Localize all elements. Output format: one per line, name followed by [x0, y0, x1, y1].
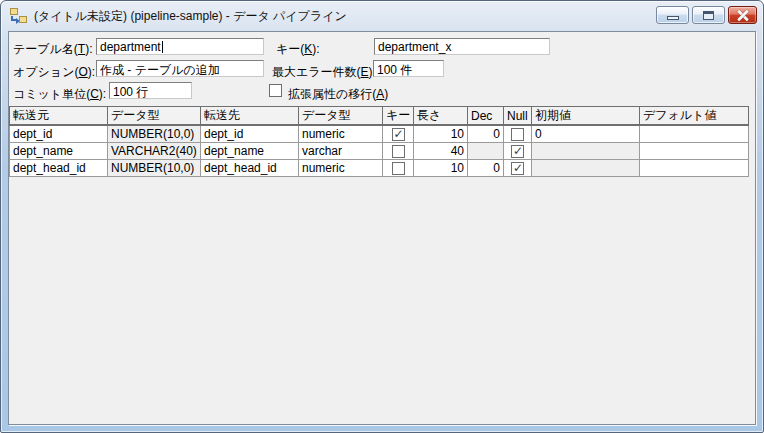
cell-key: [383, 142, 414, 159]
cell-null: [504, 125, 532, 142]
text-caret: [162, 41, 163, 53]
commit-unit-value: 100 行: [113, 85, 148, 99]
extended-attrs-label: 拡張属性の移行(A): [288, 86, 388, 103]
cell-source-type: NUMBER(10,0): [108, 125, 201, 142]
cell-null: [504, 142, 532, 159]
cell-dec[interactable]: 0: [468, 159, 504, 176]
max-errors-label: 最大エラー件数(E):: [272, 64, 376, 81]
table-name-input[interactable]: department: [96, 38, 264, 55]
cell-initial: [532, 159, 640, 176]
cell-key: [383, 159, 414, 176]
col-header-source-type: データ型: [108, 107, 201, 126]
cell-source-type: NUMBER(10,0): [108, 159, 201, 176]
null-checkbox[interactable]: [511, 128, 524, 141]
titlebar[interactable]: (タイトル未設定) (pipeline-sample) - データ パイプライン: [1, 1, 763, 31]
close-icon: [736, 9, 750, 21]
maximize-icon: [703, 11, 714, 20]
extended-attrs-checkbox-wrap: [269, 84, 282, 100]
col-header-dest-type: データ型: [299, 107, 383, 126]
key-checkbox[interactable]: [392, 162, 405, 175]
cell-source-type: VARCHAR2(40): [108, 142, 201, 159]
options-value: 作成 - テーブルの追加: [100, 63, 220, 77]
cell-dest-type[interactable]: varchar: [299, 142, 383, 159]
cell-dest[interactable]: dept_name: [201, 142, 299, 159]
pipeline-window: (タイトル未設定) (pipeline-sample) - データ パイプライン…: [0, 0, 764, 433]
pipeline-icon: [10, 8, 28, 24]
minimize-button[interactable]: [656, 6, 689, 24]
commit-unit-label: コミット単位(C):: [13, 86, 106, 103]
maximize-button[interactable]: [692, 6, 725, 24]
options-input[interactable]: 作成 - テーブルの追加: [96, 60, 264, 77]
col-header-null: Null: [504, 107, 532, 126]
options-label: オプション(O):: [13, 64, 95, 81]
key-label: キー(K):: [276, 41, 320, 58]
col-header-key: キー: [383, 107, 414, 126]
key-value: department_x: [378, 40, 451, 54]
cell-key: [383, 125, 414, 142]
grid-header-row: 転送元 データ型 転送先 データ型 キー 長さ Dec Null 初期値 デフォ…: [10, 107, 749, 126]
client-area: テーブル名(T): department キー(K): department_x…: [8, 31, 756, 425]
window-title: (タイトル未設定) (pipeline-sample) - データ パイプライン: [34, 7, 656, 25]
cell-length[interactable]: 10: [414, 159, 468, 176]
grid-row-dept-head-id: dept_head_id NUMBER(10,0) dept_head_id n…: [10, 159, 749, 176]
col-header-default: デフォルト値: [640, 107, 749, 126]
cell-source[interactable]: dept_id: [10, 125, 108, 142]
key-input[interactable]: department_x: [374, 38, 550, 55]
cell-dest-type[interactable]: numeric: [299, 159, 383, 176]
cell-source[interactable]: dept_name: [10, 142, 108, 159]
null-checkbox[interactable]: [511, 162, 524, 175]
cell-default[interactable]: [640, 159, 749, 176]
cell-length[interactable]: 10: [414, 125, 468, 142]
grid-row-dept-name: dept_name VARCHAR2(40) dept_name varchar…: [10, 142, 749, 159]
cell-source[interactable]: dept_head_id: [10, 159, 108, 176]
cell-dec: [468, 142, 504, 159]
cell-initial[interactable]: 0: [532, 125, 640, 142]
grid-row-dept-id: dept_id NUMBER(10,0) dept_id numeric 10 …: [10, 125, 749, 142]
cell-length[interactable]: 40: [414, 142, 468, 159]
cell-dec[interactable]: 0: [468, 125, 504, 142]
close-button[interactable]: [728, 6, 757, 24]
cell-initial: [532, 142, 640, 159]
table-name-label: テーブル名(T):: [13, 41, 93, 58]
cell-null: [504, 159, 532, 176]
cell-dest-type[interactable]: numeric: [299, 125, 383, 142]
null-checkbox[interactable]: [511, 145, 524, 158]
cell-dest[interactable]: dept_head_id: [201, 159, 299, 176]
key-checkbox[interactable]: [392, 145, 405, 158]
table-name-value: department: [100, 40, 161, 54]
key-checkbox[interactable]: [392, 128, 405, 141]
cell-default[interactable]: [640, 142, 749, 159]
col-header-source: 転送元: [10, 107, 108, 126]
max-errors-value: 100 件: [377, 63, 412, 77]
max-errors-input[interactable]: 100 件: [373, 60, 444, 77]
pipeline-grid: 転送元 データ型 転送先 データ型 キー 長さ Dec Null 初期値 デフォ…: [9, 106, 749, 177]
cell-default[interactable]: [640, 125, 749, 142]
col-header-length: 長さ: [414, 107, 468, 126]
minimize-icon: [667, 16, 679, 20]
commit-unit-input[interactable]: 100 行: [109, 82, 192, 99]
col-header-dest: 転送先: [201, 107, 299, 126]
col-header-initial: 初期値: [532, 107, 640, 126]
cell-dest[interactable]: dept_id: [201, 125, 299, 142]
col-header-dec: Dec: [468, 107, 504, 126]
extended-attrs-checkbox[interactable]: [269, 84, 282, 97]
